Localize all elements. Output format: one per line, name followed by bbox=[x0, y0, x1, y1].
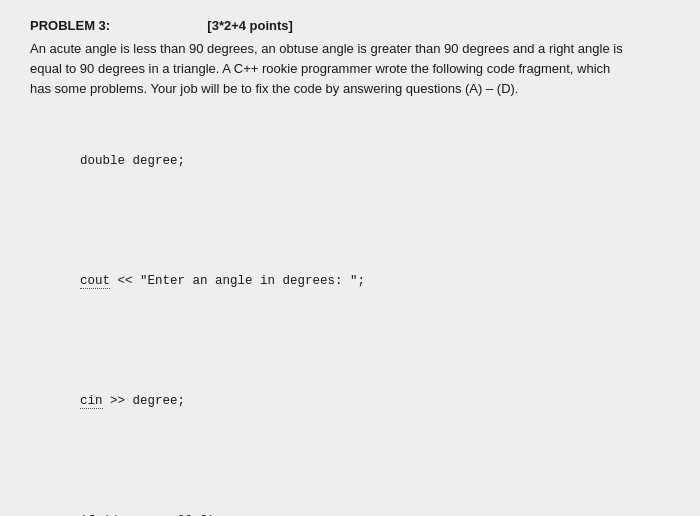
desc-line2: equal to 90 degrees in a triangle. A C++… bbox=[30, 61, 610, 76]
code-block: double degree; cout << "Enter an angle i… bbox=[30, 111, 670, 516]
code-line-blank3 bbox=[50, 451, 670, 471]
code-line-if1: if (degree < 90.0) bbox=[50, 511, 670, 516]
points-label: [3*2+4 points] bbox=[110, 18, 390, 33]
code-line-blank2 bbox=[50, 331, 670, 351]
code-line-1: double degree; bbox=[50, 151, 670, 171]
cout-keyword-1: cout bbox=[80, 274, 110, 289]
cin-keyword: cin bbox=[80, 394, 103, 409]
desc-line1: An acute angle is less than 90 degrees, … bbox=[30, 41, 623, 56]
problem-label: PROBLEM 3: bbox=[30, 18, 110, 33]
desc-line3: has some problems. Your job will be to f… bbox=[30, 81, 518, 96]
description: An acute angle is less than 90 degrees, … bbox=[30, 39, 670, 99]
code-line-blank1 bbox=[50, 211, 670, 231]
code-line-cin: cin >> degree; bbox=[50, 391, 670, 411]
header-row: PROBLEM 3: [3*2+4 points] bbox=[30, 18, 670, 33]
page-container: PROBLEM 3: [3*2+4 points] An acute angle… bbox=[0, 0, 700, 516]
code-line-cout1: cout << "Enter an angle in degrees: "; bbox=[50, 271, 670, 291]
